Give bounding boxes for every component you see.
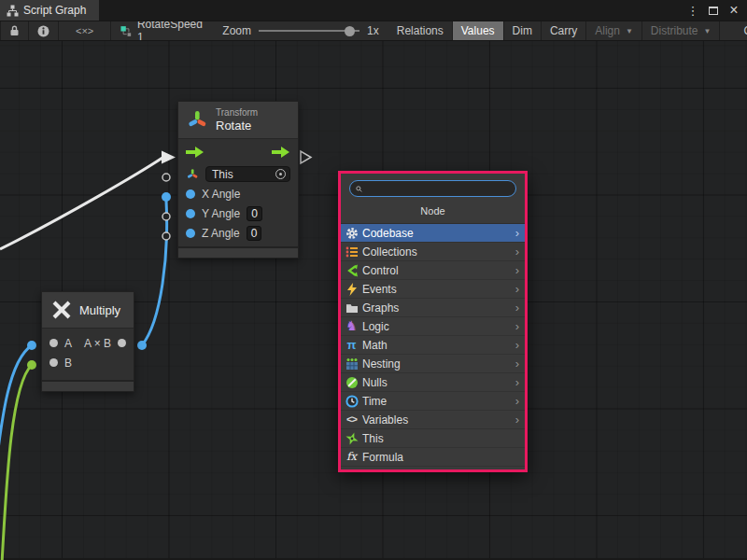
transform-port-icon[interactable] xyxy=(186,168,199,181)
value-port-a-icon[interactable] xyxy=(49,339,58,347)
api-icon: <×> xyxy=(76,25,93,36)
value-port-b-icon[interactable] xyxy=(49,358,58,367)
value-port-icon[interactable] xyxy=(186,209,195,218)
graphs-icon xyxy=(345,301,359,315)
chevron-right-icon: › xyxy=(515,282,519,296)
toolbar-button-dim[interactable]: Dim xyxy=(504,21,542,40)
node-category-item-math[interactable]: π Math › xyxy=(341,336,525,355)
exec-wire[interactable] xyxy=(0,158,162,249)
inspect-button[interactable] xyxy=(29,21,59,40)
menu-icon[interactable]: ⋮ xyxy=(685,3,700,18)
node-footer xyxy=(178,246,298,258)
node-category-item-events[interactable]: Events › xyxy=(341,280,525,299)
node-category-item-variables[interactable]: <> Variables › xyxy=(341,411,525,429)
value-port-out-icon[interactable] xyxy=(118,339,126,347)
formula-icon: fx xyxy=(345,450,359,464)
lock-icon xyxy=(9,25,20,36)
graph-toolbar: <×> RotateSpeed 1 Zoom 1x Relations Valu… xyxy=(0,21,747,41)
multiply-icon xyxy=(51,300,72,320)
tab-script-graph[interactable]: Script Graph xyxy=(0,0,99,21)
value-wire-a[interactable] xyxy=(0,345,32,480)
transform-icon xyxy=(186,109,208,132)
node-rotate-header[interactable]: Transform Rotate xyxy=(178,102,298,138)
exec-out-port-icon[interactable] xyxy=(272,146,290,159)
node-category-item-control[interactable]: Control › xyxy=(341,261,525,280)
toolbar-button-relations[interactable]: Relations xyxy=(388,21,453,40)
wire-terminal-a xyxy=(27,341,36,350)
toolbar-button-align[interactable]: Align ▼ xyxy=(586,21,642,40)
chevron-right-icon: › xyxy=(515,263,519,277)
this-port-row: This xyxy=(178,164,298,184)
node-category-item-nesting[interactable]: Nesting › xyxy=(341,355,525,373)
port-value-field[interactable]: 0 xyxy=(247,206,262,221)
events-icon xyxy=(345,282,359,296)
node-multiply-header[interactable]: Multiply xyxy=(42,292,134,328)
port-socket-y-angle[interactable] xyxy=(162,213,170,220)
port-value-field[interactable]: 0 xyxy=(247,226,262,241)
toolbar-button-values[interactable]: Values xyxy=(453,21,504,40)
api-button[interactable]: <×> xyxy=(59,21,111,40)
nulls-icon xyxy=(345,375,359,389)
value-port-icon[interactable] xyxy=(186,229,195,238)
graph-breadcrumb[interactable]: RotateSpeed 1 xyxy=(111,21,213,40)
zoom-slider-knob[interactable] xyxy=(345,26,355,36)
value-port-icon[interactable] xyxy=(186,189,195,199)
close-icon[interactable]: × xyxy=(726,3,741,18)
chevron-right-icon: › xyxy=(515,375,519,389)
search-box[interactable] xyxy=(349,180,516,197)
logic-icon: ♞ xyxy=(345,319,359,333)
value-wire-product[interactable] xyxy=(142,201,167,345)
node-category-item-logic[interactable]: ♞ Logic › xyxy=(341,317,525,336)
node-rotate[interactable]: Transform Rotate This xyxy=(177,101,299,259)
toolbar-button-carry[interactable]: Carry xyxy=(542,21,586,40)
node-title: Rotate xyxy=(216,119,258,133)
tab-bar: Script Graph ⋮ × xyxy=(0,0,747,21)
chevron-right-icon: › xyxy=(515,338,519,352)
node-category-item-time[interactable]: Time › xyxy=(341,392,525,411)
zoom-slider[interactable] xyxy=(259,21,359,41)
node-category: Transform xyxy=(216,107,258,119)
exec-in-port-icon[interactable] xyxy=(186,146,204,159)
toolbar-button-distribute[interactable]: Distribute ▼ xyxy=(642,21,721,40)
this-field-value: This xyxy=(212,168,272,181)
lock-button[interactable] xyxy=(0,21,29,40)
node-multiply[interactable]: Multiply A A × B B xyxy=(41,291,134,392)
graph-asset-icon xyxy=(120,25,132,37)
nesting-icon xyxy=(345,357,359,371)
input-row-y-angle: Y Angle 0 xyxy=(178,203,298,223)
input-b-label: B xyxy=(64,357,72,370)
toolbar-toggle-group: Relations Values Dim Carry Align ▼ Distr… xyxy=(388,21,747,40)
search-input[interactable] xyxy=(365,182,510,195)
input-b-row: B xyxy=(42,353,134,372)
toolbar-button-overview[interactable]: Overview xyxy=(735,21,747,40)
node-category-item-codebase[interactable]: Codebase › xyxy=(341,224,525,243)
node-category-item-formula[interactable]: fx Formula xyxy=(341,448,525,467)
search-icon xyxy=(356,184,362,194)
time-icon xyxy=(345,394,359,408)
input-a-label: A xyxy=(64,337,72,350)
popup-header: Node xyxy=(341,201,525,223)
graph-window: Script Graph ⋮ × <×> xyxy=(0,0,747,560)
this-icon xyxy=(345,431,359,445)
graph-tab-icon xyxy=(7,5,19,17)
variables-icon: <> xyxy=(345,413,359,427)
chevron-right-icon: › xyxy=(515,319,519,333)
chevron-down-icon: ▼ xyxy=(626,27,633,35)
node-category-item-nulls[interactable]: Nulls › xyxy=(341,373,525,392)
object-picker-icon[interactable] xyxy=(275,169,286,179)
node-category-item-this[interactable]: This xyxy=(341,429,525,448)
collections-icon xyxy=(345,245,359,259)
this-object-field[interactable]: This xyxy=(205,166,290,182)
maximize-icon[interactable] xyxy=(706,3,721,18)
port-socket-this[interactable] xyxy=(162,174,170,181)
input-a-row: A A × B xyxy=(42,333,134,353)
node-category-item-graphs[interactable]: Graphs › xyxy=(341,299,525,317)
input-row-z-angle: Z Angle 0 xyxy=(178,223,298,243)
exec-out-socket[interactable] xyxy=(301,151,311,163)
value-wire-b[interactable] xyxy=(2,365,32,560)
node-category-item-collections[interactable]: Collections › xyxy=(341,243,525,261)
port-socket-z-angle[interactable] xyxy=(162,232,170,240)
output-label: A × B xyxy=(84,337,111,350)
graph-canvas[interactable]: Transform Rotate This xyxy=(0,41,747,560)
exec-wire-arrowhead xyxy=(162,151,176,164)
